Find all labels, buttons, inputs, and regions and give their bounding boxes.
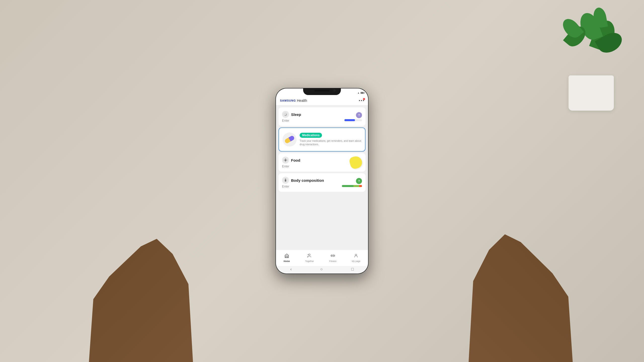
svg-point-4: [285, 179, 286, 180]
home-button[interactable]: ○: [320, 267, 323, 272]
phone-body: ▲ SAMSUNG Health: [275, 88, 369, 274]
power-button: [368, 118, 369, 131]
body-comp-progress: [342, 185, 362, 187]
pill-icon-container: [283, 132, 297, 147]
sleep-decoration: ?: [344, 112, 362, 121]
notification-badge: [363, 98, 365, 100]
nav-mypage[interactable]: My page: [349, 252, 363, 264]
progress-orange: [359, 185, 362, 187]
app-logo: SAMSUNG Health: [280, 99, 307, 103]
medications-text: Medications Track your medications, get …: [300, 133, 361, 146]
nav-home[interactable]: Home: [281, 252, 292, 264]
nav-fitness-label: Fitness: [329, 260, 337, 262]
health-app-name: Health: [297, 99, 307, 103]
pill-icon: [284, 135, 295, 144]
sleep-progress-fill: [344, 119, 355, 121]
nav-mypage-label: My page: [352, 260, 360, 262]
sleep-progress-bar: [344, 119, 362, 121]
food-card[interactable]: Food Enter: [278, 153, 366, 172]
progress-green: [342, 185, 353, 187]
medications-badge: Medications: [300, 133, 322, 138]
food-icon: [282, 157, 289, 164]
body-composition-card[interactable]: Body composition Enter ?: [278, 173, 366, 192]
recent-button[interactable]: □: [351, 267, 354, 272]
plant-decoration: [518, 0, 644, 126]
sleep-icon: [282, 111, 289, 118]
medications-card[interactable]: Medications Track your medications, get …: [278, 127, 366, 152]
medications-content: Medications Track your medications, get …: [283, 131, 361, 148]
svg-point-10: [355, 254, 357, 256]
system-nav-bar: ‹ ○ □: [276, 266, 368, 274]
menu-dot: [361, 100, 362, 101]
volume-down-button: [275, 127, 276, 140]
phone-notch: [303, 88, 341, 95]
back-button[interactable]: ‹: [290, 267, 292, 272]
body-comp-question-bubble: ?: [356, 178, 362, 184]
sleep-title: Sleep: [291, 112, 301, 117]
header-menu-button[interactable]: [359, 100, 364, 101]
nav-home-label: Home: [284, 260, 290, 262]
food-decoration: [350, 156, 362, 168]
sleep-question-bubble: ?: [356, 112, 362, 118]
progress-lime: [353, 185, 359, 187]
svg-point-2: [285, 159, 286, 161]
fitness-icon: [331, 253, 335, 259]
scroll-content[interactable]: Sleep Enter ?: [276, 105, 368, 250]
food-leaf-icon: [349, 155, 364, 170]
home-icon: [285, 253, 289, 259]
svg-point-0: [284, 112, 288, 116]
medications-description: Track your medications, get reminders, a…: [300, 139, 361, 146]
body-comp-decoration: ?: [342, 178, 362, 187]
menu-dot: [363, 100, 364, 101]
phone-wrapper: ▲ SAMSUNG Health: [275, 88, 369, 274]
body-composition-title: Body composition: [291, 178, 324, 183]
mypage-icon: [354, 253, 358, 259]
nav-together[interactable]: Together: [303, 252, 316, 264]
app-header: SAMSUNG Health: [276, 96, 368, 105]
menu-dot: [359, 100, 360, 101]
bottom-nav: Home Together: [276, 250, 368, 266]
svg-rect-8: [333, 255, 334, 257]
together-icon: [307, 253, 312, 259]
phone-screen: ▲ SAMSUNG Health: [276, 88, 368, 274]
svg-rect-7: [332, 255, 332, 257]
bixby-button: [275, 142, 276, 155]
nav-fitness[interactable]: Fitness: [327, 252, 339, 264]
samsung-brand: SAMSUNG: [280, 99, 296, 102]
nav-together-label: Together: [305, 260, 314, 262]
volume-up-button: [275, 116, 276, 123]
body-icon: [282, 177, 289, 184]
sleep-card[interactable]: Sleep Enter ?: [278, 107, 366, 126]
food-title: Food: [291, 158, 300, 162]
